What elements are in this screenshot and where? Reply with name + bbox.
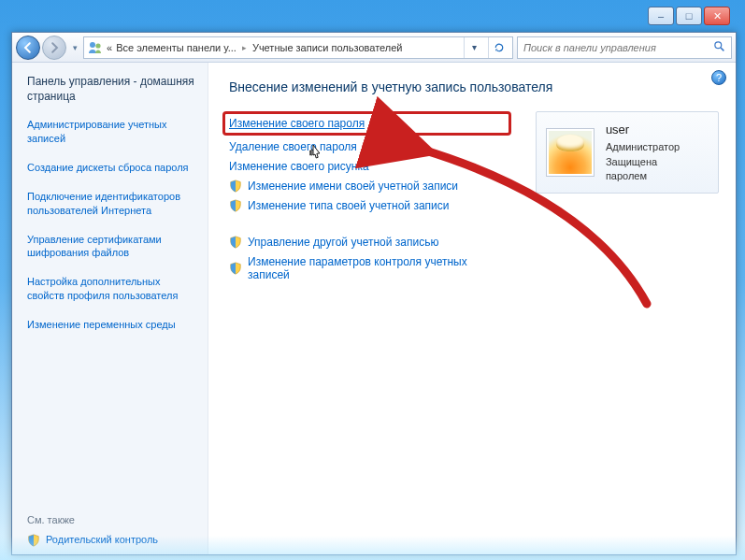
search-icon	[713, 39, 725, 56]
link-manage-other-account[interactable]: Управление другой учетной записью	[248, 236, 438, 249]
seealso-parental-control[interactable]: Родительский контроль	[46, 533, 158, 547]
breadcrumb-separator[interactable]: ▸	[240, 43, 249, 52]
navigation-bar: ▾ « Все элементы панели у... ▸ Учетные з…	[12, 33, 736, 63]
breadcrumb-item-1[interactable]: Все элементы панели у...	[116, 42, 236, 53]
user-info: user Администратор Защищена паролем	[606, 122, 701, 183]
address-dropdown[interactable]: ▾	[464, 37, 484, 58]
link-delete-password[interactable]: Удаление своего пароля	[229, 140, 357, 153]
svg-point-1	[95, 43, 100, 48]
nav-history-dropdown[interactable]: ▾	[68, 43, 81, 52]
control-panel-window: – □ ✕ ▾ « Все элементы панели у... ▸ Уче…	[11, 32, 737, 555]
sidebar-link-reset-disk[interactable]: Создание дискеты сброса пароля	[27, 161, 196, 175]
forward-button[interactable]	[42, 36, 66, 60]
main-content: ? Внесение изменений в учетную запись по…	[208, 63, 736, 554]
sidebar-link-online-ids[interactable]: Подключение идентификаторов пользователе…	[27, 190, 196, 218]
avatar	[546, 128, 595, 177]
sidebar-heading[interactable]: Панель управления - домашняя страница	[27, 74, 196, 104]
shield-icon	[229, 199, 242, 212]
user-name: user	[606, 122, 701, 138]
shield-icon	[27, 534, 40, 547]
svg-line-3	[721, 48, 724, 50]
maximize-button[interactable]: □	[676, 7, 702, 25]
user-role: Администратор	[606, 140, 701, 154]
titlebar-buttons: – □ ✕	[648, 7, 730, 25]
link-uac-settings[interactable]: Изменение параметров контроля учетных за…	[248, 255, 511, 281]
sidebar-link-certificates[interactable]: Управление сертификатами шифрования файл…	[27, 233, 196, 261]
link-change-picture[interactable]: Изменение своего рисунка	[229, 160, 369, 173]
sidebar-link-admin-accounts[interactable]: Администрирование учетных записей	[27, 118, 196, 146]
account-actions: Изменение своего пароля Удаление своего …	[229, 111, 511, 288]
seealso-heading: См. также	[27, 514, 196, 525]
user-accounts-icon	[88, 40, 103, 55]
svg-point-0	[90, 42, 95, 48]
sidebar: Панель управления - домашняя страница Ад…	[12, 63, 208, 554]
user-status: Защищена паролем	[606, 155, 701, 184]
shield-icon	[229, 236, 242, 249]
link-change-password[interactable]: Изменение своего пароля	[229, 117, 365, 130]
breadcrumb-item-2[interactable]: Учетные записи пользователей	[252, 42, 403, 53]
close-button[interactable]: ✕	[704, 7, 730, 25]
shield-icon	[229, 179, 242, 193]
address-bar[interactable]: « Все элементы панели у... ▸ Учетные зап…	[83, 36, 513, 59]
search-box[interactable]	[517, 36, 732, 59]
sidebar-link-env-vars[interactable]: Изменение переменных среды	[27, 318, 196, 332]
help-button[interactable]: ?	[711, 70, 726, 85]
breadcrumb-prefix: «	[107, 42, 112, 53]
svg-point-2	[715, 41, 722, 48]
link-change-account-name[interactable]: Изменение имени своей учетной записи	[248, 179, 458, 193]
page-title: Внесение изменений в учетную запись поль…	[229, 79, 719, 94]
search-input[interactable]	[523, 42, 713, 53]
sidebar-link-profile-advanced[interactable]: Настройка дополнительных свойств профиля…	[27, 275, 196, 303]
link-change-account-type[interactable]: Изменение типа своей учетной записи	[248, 199, 449, 212]
back-button[interactable]	[16, 36, 40, 60]
minimize-button[interactable]: –	[648, 7, 674, 25]
user-card: user Администратор Защищена паролем	[536, 111, 719, 194]
refresh-button[interactable]	[488, 37, 509, 58]
link-change-password-highlight: Изменение своего пароля	[222, 111, 511, 136]
shield-icon	[229, 262, 242, 275]
